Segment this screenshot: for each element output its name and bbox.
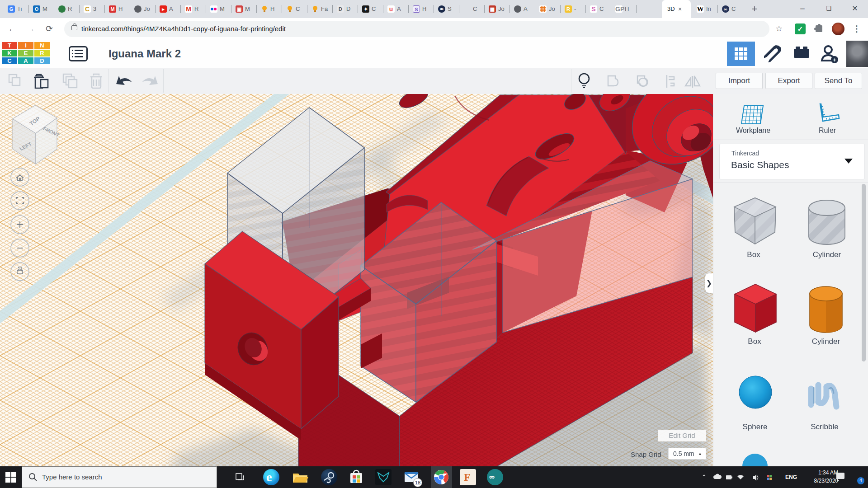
- svg-text:+: +: [833, 56, 836, 63]
